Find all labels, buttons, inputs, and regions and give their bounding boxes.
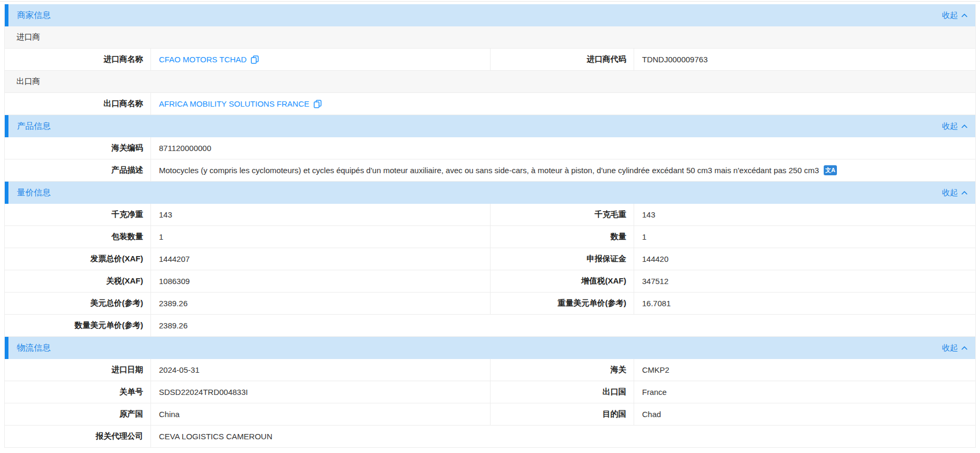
row-exporter: 出口商名称 AFRICA MOBILITY SOLUTIONS FRANCE xyxy=(5,93,975,115)
customs-label: 海关 xyxy=(491,359,634,381)
chevron-up-icon xyxy=(961,346,968,351)
vat-label: 增值税(XAF) xyxy=(491,270,634,292)
section-title-merchant: 商家信息 xyxy=(17,10,51,21)
invoice-total-label: 发票总价(XAF) xyxy=(5,248,151,270)
collapse-button-quantity-price[interactable]: 收起 xyxy=(942,188,968,198)
customs-value: CMKP2 xyxy=(634,359,975,381)
row-invoice-total: 发票总价(XAF) 1444207 申报保证金 144420 xyxy=(5,248,975,270)
exporter-name-label: 出口商名称 xyxy=(5,93,151,115)
dest-country-label: 目的国 xyxy=(491,403,634,425)
usd-qty-unit-label: 数量美元单价(参考) xyxy=(5,315,151,336)
exporter-group-row: 出口商 xyxy=(5,71,975,93)
usd-qty-unit-value: 2389.26 xyxy=(151,315,975,336)
gross-weight-label: 千克毛重 xyxy=(491,204,634,225)
importer-code-value: TDNDJ000009763 xyxy=(634,49,975,70)
chevron-up-icon xyxy=(961,124,968,129)
tariff-value: 1086309 xyxy=(151,270,491,292)
section-title-quantity-price: 量价信息 xyxy=(17,187,51,199)
chevron-up-icon xyxy=(961,13,968,18)
section-title-logistics: 物流信息 xyxy=(17,343,51,354)
collapse-label: 收起 xyxy=(942,188,958,198)
importer-group-row: 进口商 xyxy=(5,26,975,49)
dest-country-value: Chad xyxy=(634,403,975,425)
package-qty-value: 1 xyxy=(151,226,491,248)
net-weight-label: 千克净重 xyxy=(5,204,151,225)
origin-country-label: 原产国 xyxy=(5,403,151,425)
row-hs-code: 海关编码 871120000000 xyxy=(5,137,975,159)
vat-value: 347512 xyxy=(634,270,975,292)
usd-weight-unit-value: 16.7081 xyxy=(634,292,975,314)
export-country-value: France xyxy=(634,381,975,403)
usd-weight-unit-label: 重量美元单价(参考) xyxy=(491,292,634,314)
customs-agent-label: 报关代理公司 xyxy=(5,426,151,447)
importer-name-label: 进口商名称 xyxy=(5,49,151,70)
usd-total-label: 美元总价(参考) xyxy=(5,292,151,314)
deposit-label: 申报保证金 xyxy=(491,248,634,270)
importer-name-cell: CFAO MOTORS TCHAD xyxy=(151,49,491,70)
package-qty-label: 包装数量 xyxy=(5,226,151,248)
declaration-no-label: 关单号 xyxy=(5,381,151,403)
exporter-name-link[interactable]: AFRICA MOBILITY SOLUTIONS FRANCE xyxy=(159,99,309,108)
collapse-button-merchant[interactable]: 收起 xyxy=(942,11,968,21)
import-date-label: 进口日期 xyxy=(5,359,151,381)
exporter-name-cell: AFRICA MOBILITY SOLUTIONS FRANCE xyxy=(151,93,975,115)
exporter-group-label: 出口商 xyxy=(16,77,40,87)
section-header-product: 产品信息 收起 xyxy=(5,115,975,137)
row-description: 产品描述 Motocycles (y compris les cyclomote… xyxy=(5,159,975,182)
section-header-logistics: 物流信息 收起 xyxy=(5,337,975,359)
row-importer: 进口商名称 CFAO MOTORS TCHAD 进口商代码 TDNDJ00000… xyxy=(5,49,975,71)
gross-weight-value: 143 xyxy=(634,204,975,225)
row-declaration-no: 关单号 SDSD22024TRD004833I 出口国 France xyxy=(5,381,975,403)
description-label: 产品描述 xyxy=(5,159,151,181)
page-top-divider xyxy=(0,1,980,2)
copy-icon[interactable] xyxy=(314,100,322,108)
row-package-qty: 包装数量 1 数量 1 xyxy=(5,226,975,248)
copy-icon[interactable] xyxy=(251,55,259,64)
declaration-no-value: SDSD22024TRD004833I xyxy=(151,381,491,403)
row-weights: 千克净重 143 千克毛重 143 xyxy=(5,204,975,226)
qty-value: 1 xyxy=(634,226,975,248)
qty-label: 数量 xyxy=(491,226,634,248)
chevron-up-icon xyxy=(961,191,968,195)
invoice-total-value: 1444207 xyxy=(151,248,491,270)
importer-code-label: 进口商代码 xyxy=(491,49,634,70)
row-customs-agent: 报关代理公司 CEVA LOGISTICS CAMEROUN xyxy=(5,426,975,448)
row-usd-total: 美元总价(参考) 2389.26 重量美元单价(参考) 16.7081 xyxy=(5,292,975,315)
collapse-button-logistics[interactable]: 收起 xyxy=(942,343,968,353)
trade-detail-panel: 商家信息 收起 进口商 进口商名称 CFAO MOTORS TCHAD 进口商代… xyxy=(4,4,976,448)
collapse-label: 收起 xyxy=(942,343,958,353)
export-country-label: 出口国 xyxy=(491,381,634,403)
row-import-date: 进口日期 2024-05-31 海关 CMKP2 xyxy=(5,359,975,381)
origin-country-value: China xyxy=(151,403,491,425)
section-accent-bar xyxy=(5,182,8,204)
collapse-button-product[interactable]: 收起 xyxy=(942,121,968,131)
hs-code-label: 海关编码 xyxy=(5,137,151,159)
description-cell: Motocycles (y compris les cyclomoteurs) … xyxy=(151,159,975,181)
section-accent-bar xyxy=(5,4,8,26)
section-header-merchant: 商家信息 收起 xyxy=(5,4,975,26)
hs-code-value: 871120000000 xyxy=(151,137,975,159)
import-date-value: 2024-05-31 xyxy=(151,359,491,381)
customs-agent-value: CEVA LOGISTICS CAMEROUN xyxy=(151,426,975,447)
collapse-label: 收起 xyxy=(942,121,958,131)
section-title-product: 产品信息 xyxy=(17,121,51,132)
row-origin-country: 原产国 China 目的国 Chad xyxy=(5,403,975,426)
description-value: Motocycles (y compris les cyclomoteurs) … xyxy=(159,166,819,175)
translate-icon[interactable]: 文A xyxy=(824,165,837,175)
section-accent-bar xyxy=(5,115,8,137)
importer-group-label: 进口商 xyxy=(16,32,40,42)
tariff-label: 关税(XAF) xyxy=(5,270,151,292)
row-tax: 关税(XAF) 1086309 增值税(XAF) 347512 xyxy=(5,270,975,292)
net-weight-value: 143 xyxy=(151,204,491,225)
importer-name-link[interactable]: CFAO MOTORS TCHAD xyxy=(159,55,247,64)
section-accent-bar xyxy=(5,337,8,359)
collapse-label: 收起 xyxy=(942,11,958,21)
usd-total-value: 2389.26 xyxy=(151,292,491,314)
deposit-value: 144420 xyxy=(634,248,975,270)
row-usd-qty-unit: 数量美元单价(参考) 2389.26 xyxy=(5,315,975,337)
section-header-quantity-price: 量价信息 收起 xyxy=(5,182,975,204)
